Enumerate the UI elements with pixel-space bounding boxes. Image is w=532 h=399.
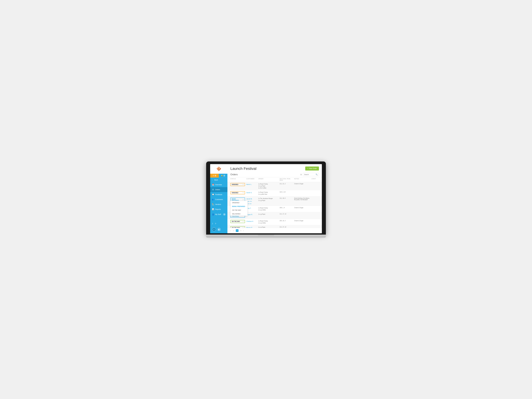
dropdown-option-being-prepared[interactable]: BEING PREPARED bbox=[230, 205, 247, 208]
customer-cell: Chelsea H. bbox=[246, 220, 258, 222]
reports-label: Reports bbox=[215, 209, 221, 210]
sidebar-item-reports[interactable]: 📊 Reports bbox=[210, 207, 228, 212]
orders-label: Orders bbox=[215, 189, 220, 190]
plus-icon: + bbox=[307, 168, 308, 170]
avatar[interactable]: C bbox=[212, 228, 216, 231]
status-dropdown[interactable]: ORDERED ▼ bbox=[230, 191, 245, 194]
sidebar-item-orders[interactable]: ☰ Orders bbox=[210, 187, 228, 192]
orders-tab-count: 3 bbox=[215, 175, 216, 177]
order-cell: 1x Lg Pepsi bbox=[258, 226, 279, 228]
sidebar-tab-notifications[interactable]: 🔔 2 bbox=[219, 174, 228, 177]
order-cell: 1x Roast Turkey1x Lg Coffee bbox=[258, 220, 279, 224]
dropdown-arrow-icon: ▼ bbox=[243, 227, 244, 228]
laptop-frame: ☰ 3 🔔 2 ← Back 📅 O bbox=[206, 161, 326, 238]
page-3-button[interactable]: 3 bbox=[240, 229, 242, 232]
bell-icon: 🔔 bbox=[221, 175, 223, 177]
col-header-status: Status bbox=[230, 178, 246, 181]
logo-area bbox=[210, 164, 228, 174]
back-button[interactable]: ← Back bbox=[210, 178, 228, 182]
laptop-screen: ☰ 3 🔔 2 ← Back 📅 O bbox=[210, 164, 322, 233]
sidebar-bottom: ⤴ ? bbox=[210, 221, 228, 226]
status-value: ON THE WAY bbox=[232, 221, 240, 222]
status-cell: ORDERED ▼ bbox=[230, 191, 246, 194]
mystaff-label: My Staff bbox=[215, 214, 221, 215]
customer-cell: Jacob M. Order #19 11:52 AM bbox=[246, 197, 258, 205]
col-header-seat: Section, Row, Seat bbox=[279, 178, 294, 181]
sidebar-item-vendors[interactable]: 🏪 Vendors bbox=[210, 202, 228, 207]
notif-tab-count: 2 bbox=[223, 175, 225, 177]
col-header-notes: Notes bbox=[294, 178, 311, 181]
status-value: ON THE WAY bbox=[232, 227, 240, 228]
customer-name: Sarah G. bbox=[246, 192, 252, 193]
sidebar-item-feedback[interactable]: 💬 Feedback bbox=[210, 192, 228, 197]
seat-cell: 109, 1, 4 bbox=[279, 207, 294, 209]
dropdown-arrow-icon: ▼ bbox=[243, 192, 244, 193]
sidebar-tabs: ☰ 3 🔔 2 bbox=[210, 174, 228, 178]
help-icon[interactable]: ? bbox=[215, 223, 216, 225]
page-2-button[interactable]: 2 bbox=[236, 229, 239, 232]
back-label: Back bbox=[214, 179, 218, 181]
table-row: ON THE WAY ▼ Chelsea H. 1x Roast Turkey1… bbox=[228, 219, 322, 225]
dropdown-option-ordered[interactable]: ORDERED bbox=[230, 201, 247, 205]
avatar-initials: C bbox=[214, 229, 214, 230]
calendar-icon: 📅 bbox=[212, 184, 214, 186]
seat-cell: 111, 17, 12 bbox=[279, 226, 294, 228]
nav-forward-button[interactable]: ▶ bbox=[217, 228, 221, 231]
customer-name: Chelsea H. bbox=[246, 221, 253, 222]
pagination: ‹ 1 2 3 › bbox=[228, 228, 322, 233]
customer-name: Jacob M. bbox=[246, 198, 252, 200]
dropdown-option-delivered[interactable]: DELIVERED bbox=[230, 212, 247, 216]
notes-cell: Extra Ketchup, No lettuce, No pickle, No… bbox=[294, 197, 311, 200]
user-icon: 👤 bbox=[212, 214, 214, 215]
laptop-base bbox=[206, 234, 326, 238]
seat-cell: 111, 18, 6 bbox=[279, 197, 294, 199]
status-dropdown[interactable]: ON THE WAY ▼ bbox=[230, 220, 245, 223]
prev-page-button[interactable]: ‹ bbox=[230, 229, 231, 232]
chat-icon: 💬 bbox=[212, 194, 214, 196]
overview-label: Overview bbox=[215, 184, 222, 186]
search-box: 🔍 bbox=[303, 173, 319, 176]
share-icon[interactable]: ⤴ bbox=[212, 223, 213, 225]
main-header: Launch Festival + New Order bbox=[228, 164, 322, 172]
new-order-button[interactable]: + New Order bbox=[305, 166, 319, 171]
filter-icon[interactable]: ⊞ bbox=[300, 173, 302, 176]
page-1-button[interactable]: 1 bbox=[232, 229, 235, 232]
next-page-button[interactable]: › bbox=[243, 229, 244, 232]
add-staff-button[interactable]: + bbox=[223, 213, 226, 215]
sidebar-item-mystaff[interactable]: 👤 My Staff + bbox=[210, 212, 228, 217]
sidebar-item-customers[interactable]: 👥 Customers bbox=[210, 197, 228, 202]
status-cell: ORDERED ▼ bbox=[230, 183, 246, 186]
notes-cell: Cream & Sugar bbox=[294, 207, 311, 209]
customer-name: Aaron L. bbox=[246, 184, 252, 185]
seat-cell: 111, 17, 12 bbox=[279, 213, 294, 215]
dropdown-option-on-the-way[interactable]: ON THE WAY bbox=[230, 208, 247, 212]
seat-cell: 105, 10, 3 bbox=[279, 220, 294, 222]
app-logo bbox=[216, 166, 222, 172]
table-row: BEING PREPARED ▼ ORDERED BEING PREPARED … bbox=[228, 196, 322, 206]
status-value: ORDERED bbox=[232, 184, 238, 185]
customers-label: Customers bbox=[215, 199, 223, 200]
status-dropdown[interactable]: ON THE WAY ▼ bbox=[230, 226, 245, 228]
search-input[interactable] bbox=[304, 174, 315, 175]
notes-cell: Cream & Sugar bbox=[294, 220, 311, 222]
sidebar-tab-orders[interactable]: ☰ 3 bbox=[210, 174, 219, 177]
seat-cell: 111, 21, 2 bbox=[279, 183, 294, 184]
orders-section-title: Orders bbox=[230, 173, 238, 176]
people-icon: 👥 bbox=[212, 198, 214, 200]
status-dropdown[interactable]: ORDERED ▼ bbox=[230, 183, 245, 186]
sidebar-item-overview[interactable]: 📅 Overview bbox=[210, 182, 228, 187]
table-row: ON THE WAY ▼ Megan R. 1x Lg Pepsi 111, 1… bbox=[228, 225, 322, 228]
status-cell: ON THE WAY ▼ bbox=[230, 220, 246, 223]
table-row: ORDERED ▼ Sarah G. 1x Roast Turkey1x Lg … bbox=[228, 190, 322, 196]
back-arrow-icon: ← bbox=[212, 179, 214, 181]
store-icon: 🏪 bbox=[212, 203, 214, 205]
search-icon: 🔍 bbox=[316, 174, 318, 175]
order-cell: 1x Lg Pepsi bbox=[258, 213, 279, 215]
orders-bar-right: ⊞ 🔍 bbox=[300, 173, 319, 176]
bottom-icons: ⤴ ? bbox=[212, 223, 216, 225]
table-header: Status Customer Order Section, Row, Seat… bbox=[228, 177, 322, 182]
page-title: Launch Festival bbox=[230, 166, 256, 171]
status-cell: ON THE WAY ▼ bbox=[230, 226, 246, 228]
list-icon: ☰ bbox=[212, 189, 214, 190]
vendors-label: Vendors bbox=[215, 203, 221, 205]
